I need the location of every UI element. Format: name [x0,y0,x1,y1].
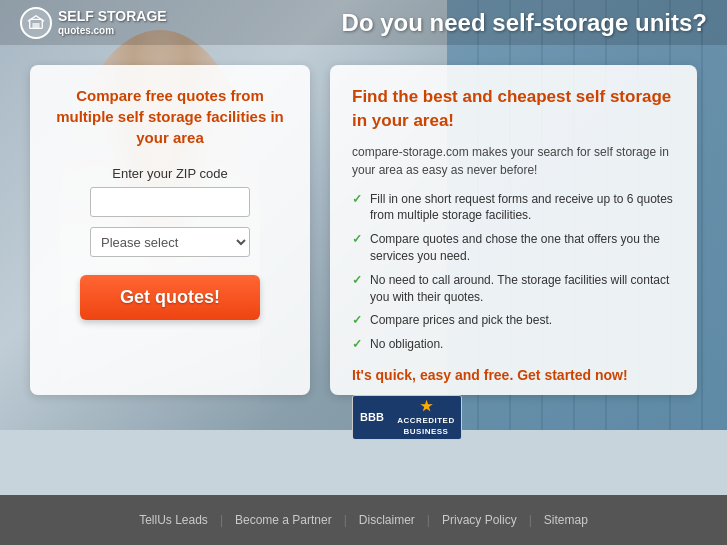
svg-rect-1 [32,23,39,28]
list-item: Fill in one short request forms and rece… [352,191,675,225]
zip-label: Enter your ZIP code [50,166,290,181]
footer-link-disclaimer[interactable]: Disclaimer [347,513,427,527]
list-item: Compare prices and pick the best. [352,312,675,329]
header: SELF STORAGE quotes.com Do you need self… [0,0,727,45]
logo-text: SELF STORAGE quotes.com [58,8,167,37]
storage-size-select[interactable]: Please select 5x5 5x10 10x10 10x15 10x20… [90,227,250,257]
logo-svg [27,14,45,32]
list-item: No obligation. [352,336,675,353]
right-panel-title: Find the best and cheapest self storage … [352,85,675,133]
bbb-accredited: ★ ACCREDITED BUSINESS [391,395,461,440]
footer-link-partner[interactable]: Become a Partner [223,513,344,527]
list-item: No need to call around. The storage faci… [352,272,675,306]
left-panel: Compare free quotes from multiple self s… [30,65,310,395]
footer-link-tellus[interactable]: TellUs Leads [127,513,220,527]
footer-link-sitemap[interactable]: Sitemap [532,513,600,527]
get-quotes-button[interactable]: Get quotes! [80,275,260,320]
logo: SELF STORAGE quotes.com [20,7,167,39]
zip-input[interactable] [90,187,250,217]
footer-link-privacy[interactable]: Privacy Policy [430,513,529,527]
list-item: Compare quotes and chose the one that of… [352,231,675,265]
left-panel-title: Compare free quotes from multiple self s… [50,85,290,148]
bbb-logo: BBB [353,395,391,440]
bbb-badge: BBB ★ ACCREDITED BUSINESS [352,395,462,440]
header-tagline: Do you need self-storage units? [167,9,707,37]
benefits-list: Fill in one short request forms and rece… [352,191,675,353]
right-panel-description: compare-storage.com makes your search fo… [352,143,675,179]
main-content: Compare free quotes from multiple self s… [0,45,727,415]
footer: TellUs Leads | Become a Partner | Discla… [0,495,727,545]
right-panel: Find the best and cheapest self storage … [330,65,697,395]
cta-text: It's quick, easy and free. Get started n… [352,367,675,383]
logo-icon [20,7,52,39]
bbb-star: ★ [420,398,433,414]
